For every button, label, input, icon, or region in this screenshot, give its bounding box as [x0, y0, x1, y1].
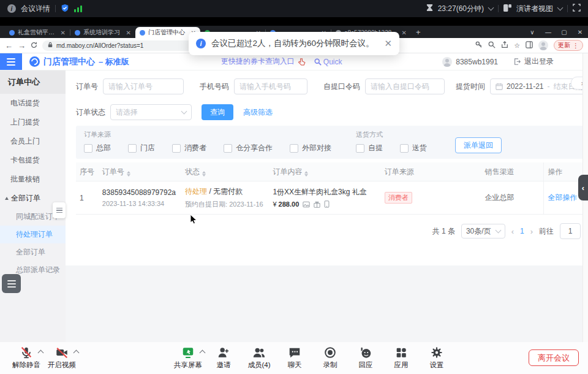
share-icon[interactable] — [501, 41, 508, 50]
new-tab-button[interactable]: + — [416, 28, 421, 37]
sidebar-item[interactable]: 上门提货 — [0, 113, 66, 132]
image-icon[interactable] — [303, 201, 310, 209]
sidebar-item[interactable]: 批量核销 — [0, 170, 66, 189]
return-dispatch-button[interactable]: 派单退回 — [455, 137, 502, 153]
tab-close-icon[interactable]: ✕ — [61, 29, 66, 36]
tab-search-icon[interactable]: ∨ — [524, 29, 540, 36]
toolbar-item[interactable]: 应用 — [383, 346, 419, 370]
checkbox-option[interactable]: 外部对接 — [290, 143, 331, 153]
meeting-details-label[interactable]: 会议详情 — [21, 4, 50, 14]
tab-close-icon[interactable]: ✕ — [126, 29, 131, 36]
toolbar-item[interactable]: 邀请 — [206, 346, 241, 370]
back-icon[interactable]: ← — [5, 42, 13, 50]
filter-input[interactable] — [365, 78, 445, 94]
column-header[interactable]: 订单内容 — [269, 162, 380, 181]
caret-up-icon[interactable] — [200, 350, 206, 356]
checkbox-option[interactable]: 送货 — [400, 143, 427, 153]
sidebar-item[interactable]: 电话提货 — [0, 94, 66, 113]
minimize-icon[interactable]: — — [540, 29, 556, 36]
browser-tab[interactable]: 礼盒营销平台管理中心✕ — [5, 27, 70, 38]
checkbox[interactable] — [224, 144, 232, 153]
checkbox[interactable] — [128, 144, 137, 153]
checkbox-option[interactable]: 门店 — [128, 143, 155, 153]
key-icon[interactable] — [475, 41, 483, 50]
sidebar-item[interactable]: 卡包提货 — [0, 151, 66, 170]
toolbar-item[interactable]: 开启视频 — [44, 346, 80, 370]
table-row[interactable]: 1 83859345088979792a 2023-11-13 14:33:34… — [76, 181, 588, 215]
mic-muted-icon[interactable] — [20, 346, 33, 359]
checkbox-option[interactable]: 自提 — [356, 143, 383, 153]
camera-off-icon[interactable] — [55, 346, 69, 359]
checkbox-option[interactable]: 总部 — [84, 143, 111, 153]
sort-icon[interactable] — [304, 171, 308, 177]
sort-icon[interactable] — [202, 171, 206, 177]
zoom-icon[interactable] — [488, 41, 496, 50]
advanced-filter-link[interactable]: 高级筛选 — [243, 107, 273, 118]
sidebar-subitem[interactable]: 全部订单 — [0, 243, 66, 261]
browser-update-chip[interactable]: 更新 ⋮ — [554, 40, 583, 51]
logout-link[interactable]: 退出登录 — [524, 56, 554, 67]
leave-meeting-button[interactable]: 离开会议 — [529, 349, 579, 366]
forward-icon[interactable]: → — [18, 42, 26, 50]
filter-input[interactable] — [103, 78, 184, 94]
invite-icon[interactable] — [217, 346, 230, 359]
checkbox-option[interactable]: 仓分享合作 — [224, 143, 273, 153]
hamburger-menu-button[interactable] — [0, 53, 22, 70]
checkbox[interactable] — [356, 144, 364, 153]
meeting-info-icon[interactable]: i — [7, 4, 16, 13]
phone-icon[interactable] — [324, 200, 330, 209]
side-panel-icon[interactable] — [526, 41, 533, 50]
toolbar-item[interactable]: 共享屏幕 — [170, 346, 206, 370]
toolbar-item[interactable]: 设置 — [419, 346, 454, 370]
search-button[interactable]: 查询 — [202, 104, 233, 120]
checkbox[interactable] — [84, 144, 92, 153]
settings-icon[interactable] — [430, 346, 443, 359]
reload-icon[interactable] — [31, 42, 37, 50]
filter-input[interactable] — [234, 78, 307, 94]
status-select[interactable]: 请选择 — [110, 104, 192, 120]
caret-up-icon[interactable] — [38, 350, 44, 356]
network-signal-icon[interactable] — [74, 5, 82, 12]
bookmark-star-icon[interactable]: ☆ — [514, 42, 520, 50]
sidebar-drag-handle[interactable] — [53, 202, 66, 218]
gift-icon[interactable] — [314, 201, 320, 209]
page-size-select[interactable]: 30条/页 — [461, 224, 505, 239]
browser-menu-icon[interactable]: ⋮ — [573, 42, 579, 49]
fullscreen-icon[interactable] — [573, 4, 581, 13]
checkbox[interactable] — [400, 144, 409, 153]
checkbox[interactable] — [172, 144, 181, 153]
sidebar-item[interactable]: 会员上门 — [0, 132, 66, 151]
members-icon[interactable] — [252, 346, 266, 359]
sidebar-subitem[interactable]: 待处理订单 — [0, 226, 66, 243]
browser-tab[interactable]: 系统培训学习✕ — [70, 27, 135, 38]
sort-icon[interactable] — [127, 171, 130, 177]
chevron-down-icon[interactable] — [557, 5, 564, 11]
current-page[interactable]: 1 — [520, 227, 524, 235]
browser-profile-avatar[interactable] — [538, 40, 548, 50]
toast-close-icon[interactable]: ✕ — [384, 38, 392, 49]
close-window-icon[interactable]: ✕ — [572, 29, 588, 36]
chat-icon[interactable] — [288, 346, 301, 359]
column-header[interactable]: 状态 — [181, 162, 269, 181]
toolbar-item[interactable]: 回应 — [348, 346, 383, 370]
view-mode-label[interactable]: 演讲者视图 — [516, 4, 553, 14]
chevron-down-icon[interactable] — [488, 5, 494, 11]
checkbox-option[interactable]: 消费者 — [172, 143, 206, 153]
floating-menu-widget[interactable] — [2, 274, 21, 293]
record-icon[interactable] — [323, 346, 337, 359]
maximize-icon[interactable]: ▢ — [556, 29, 572, 36]
checkbox[interactable] — [290, 144, 298, 153]
toolbar-item[interactable]: 成员(4) — [241, 346, 277, 370]
column-header[interactable]: 订单号 — [99, 162, 181, 181]
security-shield-icon[interactable] — [61, 4, 69, 14]
quick-search-link[interactable]: Quick — [314, 58, 342, 66]
next-page-button[interactable]: › — [530, 227, 533, 236]
share-screen-icon[interactable] — [181, 346, 195, 359]
toolbar-item[interactable]: 聊天 — [277, 346, 312, 370]
toolbar-item[interactable]: 解除静音 — [9, 346, 44, 370]
apps-icon[interactable] — [394, 346, 408, 359]
reaction-icon[interactable] — [359, 346, 372, 359]
panel-toggle-handle[interactable]: ‹ — [578, 175, 588, 200]
goto-page-input[interactable] — [560, 223, 581, 239]
tab-close-icon[interactable]: ✕ — [402, 29, 407, 36]
